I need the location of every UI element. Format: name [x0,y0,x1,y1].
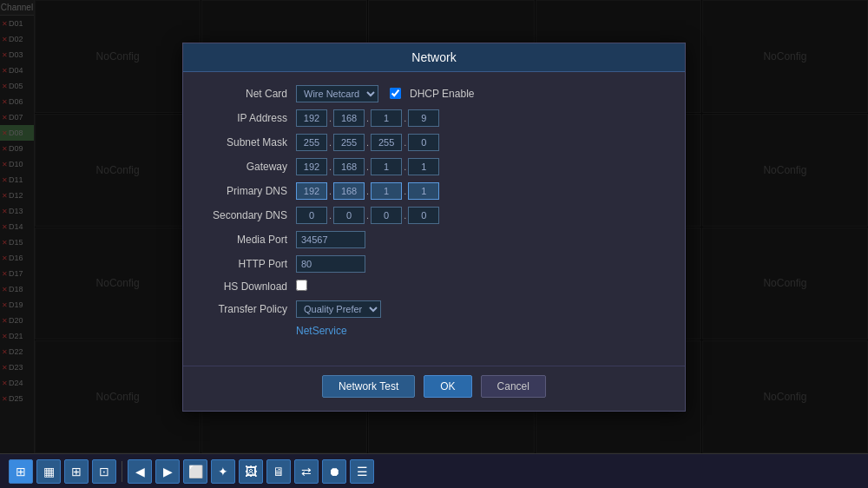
net-service-link[interactable]: NetService [296,325,347,337]
ip-address-control: . . . [296,109,667,127]
media-port-row: Media Port [201,231,667,248]
toolbar-btn-grid4[interactable]: ⊡ [92,459,116,484]
toolbar-btn-fullscreen[interactable]: ⬜ [183,459,207,484]
net-card-label: Net Card [201,88,296,100]
net-card-select[interactable]: Wire Netcard [296,85,378,102]
secondary-dns-label: Secondary DNS [201,209,296,221]
toolbar-btn-menu[interactable]: ☰ [350,459,374,484]
hs-download-label: HS Download [201,280,296,293]
toolbar-btn-next[interactable]: ▶ [155,459,180,484]
net-service-control: NetService [296,325,667,337]
subnet-part-3[interactable] [371,134,402,151]
network-test-button[interactable]: Network Test [322,375,415,398]
gw-part-1[interactable] [296,158,327,175]
http-port-control [296,255,667,273]
media-port-label: Media Port [201,234,296,246]
toolbar-btn-grid2[interactable]: ▦ [36,459,61,484]
toolbar-btn-monitor[interactable]: 🖥 [266,459,291,484]
toolbar-btn-network[interactable]: ⇄ [294,459,319,484]
subnet-mask-control: . . . [296,134,667,151]
dialog-footer: Network Test OK Cancel [183,366,685,411]
http-port-row: HTTP Port [201,255,667,273]
dialog-body: Net Card Wire Netcard DHCP Enable IP Add… [183,72,685,357]
toolbar-btn-grid3[interactable]: ⊞ [64,459,89,484]
secondary-dns-row: Secondary DNS . . . [201,207,667,224]
subnet-part-4[interactable] [408,134,439,151]
toolbar-divider-1 [122,461,122,482]
http-port-input[interactable] [296,255,365,273]
pdns-part-3[interactable] [371,182,402,200]
ip-address-row: IP Address . . . [201,109,667,127]
transfer-policy-control: Quality Prefer [296,300,667,318]
media-port-control [296,231,667,248]
subnet-mask-row: Subnet Mask . . . [201,134,667,151]
sdns-part-3[interactable] [371,207,402,224]
toolbar-btn-image[interactable]: 🖼 [239,459,263,484]
sdns-part-4[interactable] [408,207,439,224]
ip-part-3[interactable] [371,109,402,127]
ip-address-label: IP Address [201,112,296,124]
dhcp-label: DHCP Enable [410,88,474,100]
gateway-row: Gateway . . . [201,158,667,175]
gw-part-2[interactable] [333,158,365,175]
toolbar-btn-scissors[interactable]: ✦ [211,459,235,484]
sdns-part-2[interactable] [333,207,365,224]
media-port-input[interactable] [296,231,365,248]
gateway-label: Gateway [201,161,296,173]
gateway-control: . . . [296,158,667,175]
cancel-button[interactable]: Cancel [481,375,546,398]
pdns-part-1[interactable] [296,182,327,200]
subnet-part-2[interactable] [333,134,365,151]
gw-part-3[interactable] [371,158,402,175]
net-service-row: NetService [201,325,667,337]
primary-dns-row: Primary DNS . . . [201,182,667,200]
primary-dns-label: Primary DNS [201,185,296,197]
net-card-control: Wire Netcard DHCP Enable [296,85,667,102]
gw-part-4[interactable] [408,158,439,175]
http-port-label: HTTP Port [201,258,296,270]
toolbar-btn-grid1[interactable]: ⊞ [9,459,33,484]
transfer-policy-label: Transfer Policy [201,303,296,315]
transfer-policy-select[interactable]: Quality Prefer [296,300,381,318]
ip-part-2[interactable] [333,109,365,127]
secondary-dns-control: . . . [296,207,667,224]
ip-part-4[interactable] [408,109,439,127]
toolbar-btn-record[interactable]: ⏺ [322,459,346,484]
network-dialog: Network Net Card Wire Netcard DHCP Enabl… [182,43,686,412]
pdns-part-2[interactable] [333,182,365,200]
transfer-policy-row: Transfer Policy Quality Prefer [201,300,667,318]
toolbar: ⊞ ▦ ⊞ ⊡ ◀ ▶ ⬜ ✦ 🖼 🖥 ⇄ ⏺ ☰ [0,453,868,488]
sdns-part-1[interactable] [296,207,327,224]
modal-overlay: Network Net Card Wire Netcard DHCP Enabl… [0,0,868,453]
pdns-part-4[interactable] [408,182,439,200]
ip-part-1[interactable] [296,109,327,127]
hs-download-checkbox[interactable] [296,280,307,291]
hs-download-control [296,280,667,293]
dialog-title: Network [183,43,685,72]
ok-button[interactable]: OK [424,375,471,398]
subnet-mask-label: Subnet Mask [201,136,296,148]
hs-download-row: HS Download [201,280,667,293]
primary-dns-control: . . . [296,182,667,200]
net-card-row: Net Card Wire Netcard DHCP Enable [201,85,667,102]
toolbar-btn-prev[interactable]: ◀ [128,459,152,484]
subnet-part-1[interactable] [296,134,327,151]
dhcp-checkbox[interactable] [390,88,401,99]
